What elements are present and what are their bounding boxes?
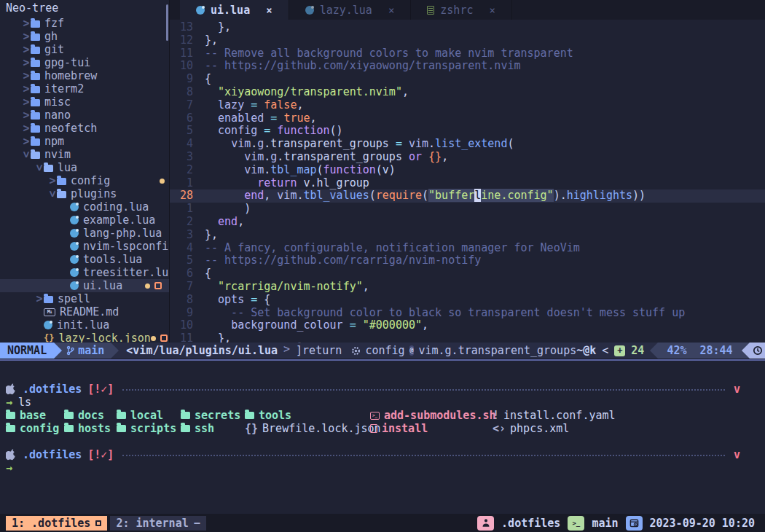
- chevron-right-icon[interactable]: >: [22, 56, 31, 69]
- code-line[interactable]: 2 end,: [170, 216, 765, 229]
- session-badge: [477, 516, 494, 531]
- code-token: =: [389, 137, 409, 150]
- tab-lazy.lua[interactable]: lazy.lua×: [289, 0, 412, 20]
- chevron-right-icon[interactable]: >: [22, 30, 31, 43]
- code-line[interactable]: 4-- A fancy, configurable, notification …: [170, 242, 765, 255]
- code-line[interactable]: 3 vim.g.transparent_groups or {},: [170, 151, 765, 164]
- prompt-directory: .dotfiles: [23, 448, 82, 461]
- scroll-progress: 42%: [667, 344, 686, 357]
- code-line[interactable]: 28 end, vim.tbl_values(require("bufferli…: [170, 189, 765, 203]
- code-line[interactable]: 3},: [170, 229, 765, 242]
- tree-item-git[interactable]: >git: [0, 43, 169, 56]
- code-line[interactable]: 10-- https://github.com/xiyaowong/transp…: [170, 60, 765, 73]
- code-token: -- A fancy, configurable, notification m…: [205, 241, 580, 254]
- tree-item-gh[interactable]: >gh: [0, 30, 169, 43]
- chevron-right-icon[interactable]: >: [48, 174, 57, 187]
- tree-item-example.lua[interactable]: >example.lua: [0, 214, 169, 227]
- tree-item-label: README.md: [60, 305, 119, 318]
- chevron-right-icon[interactable]: >: [22, 82, 31, 95]
- chevron-right-icon[interactable]: >: [22, 122, 31, 135]
- tree-item-coding.lua[interactable]: >coding.lua: [0, 200, 169, 214]
- tree-item-config[interactable]: >config: [0, 174, 169, 187]
- code-text: ): [205, 203, 251, 216]
- code-token: ,: [402, 85, 409, 98]
- code-line[interactable]: 1 ): [170, 203, 765, 216]
- code-token: (v): [376, 163, 396, 176]
- code-line[interactable]: 11 },: [170, 332, 765, 343]
- shell-pane[interactable]: .dotfiles [!✓] v → ls basedocslocalsecre…: [0, 361, 765, 514]
- chevron-right-icon[interactable]: >: [22, 95, 31, 109]
- close-icon[interactable]: ×: [489, 4, 495, 16]
- code-line[interactable]: 8 "xiyaowong/transparent.nvim",: [170, 86, 765, 99]
- tree-item-tools.lua[interactable]: >tools.lua: [0, 253, 169, 266]
- close-icon[interactable]: ×: [266, 4, 272, 16]
- chevron-right-icon[interactable]: >: [35, 292, 44, 305]
- code-line[interactable]: 6 enabled = true,: [170, 112, 765, 125]
- tree-item-README.md[interactable]: >M↓README.md: [0, 305, 169, 318]
- code-line[interactable]: 7 lazy = false,: [170, 99, 765, 112]
- tree-item-nvim-lspconfig.[interactable]: >nvim-lspconfig.: [0, 240, 169, 253]
- code-line[interactable]: 10 background_colour = "#000000",: [170, 319, 765, 332]
- lua-icon: [44, 321, 52, 329]
- code-token: .: [428, 137, 435, 150]
- code-line[interactable]: 8 opts = {: [170, 294, 765, 307]
- tab-ui.lua[interactable]: ui.lua×: [180, 0, 289, 20]
- code-token: highlights: [567, 189, 632, 202]
- code-line[interactable]: 12},: [170, 34, 765, 47]
- tree-item-gpg-tui[interactable]: >gpg-tui: [0, 56, 169, 69]
- tree-item-lazy-lock.json[interactable]: >{}lazy-lock.json: [0, 332, 169, 343]
- tree-item-lua[interactable]: >lua: [0, 161, 169, 174]
- tree-item-misc[interactable]: >misc: [0, 95, 169, 109]
- tree-item-init.lua[interactable]: >init.lua: [0, 318, 169, 332]
- line-number: 10: [170, 319, 193, 332]
- command-line[interactable]: →: [0, 461, 765, 474]
- tree-item-neofetch[interactable]: >neofetch: [0, 122, 169, 135]
- tree-item-nano[interactable]: >nano: [0, 109, 169, 122]
- folder-icon: [31, 73, 40, 80]
- tree-item-npm[interactable]: >npm: [0, 135, 169, 148]
- tree-item-spell[interactable]: >spell: [0, 292, 169, 305]
- code-line[interactable]: 5-- https://github.com/rcarriga/nvim-not…: [170, 254, 765, 267]
- code-line[interactable]: 11-- Remove all background colors to mak…: [170, 47, 765, 60]
- tree-item-label: config: [71, 174, 110, 187]
- tree-item-lang-php.lua[interactable]: >lang-php.lua: [0, 227, 169, 240]
- code-line[interactable]: 13 },: [170, 21, 765, 34]
- tree-item-fzf[interactable]: >fzf: [0, 17, 169, 30]
- folder-icon: [6, 425, 15, 432]
- close-icon[interactable]: ×: [388, 4, 394, 16]
- ls-entry-Brewfile.lock.json: {}Brewfile.lock.json: [245, 422, 381, 435]
- code-line[interactable]: 9 -- Set background color to black so tr…: [170, 307, 765, 320]
- chevron-right-icon[interactable]: >: [22, 69, 31, 82]
- folder-icon: [31, 125, 40, 133]
- tree-item-plugins[interactable]: >plugins: [0, 187, 169, 200]
- code-token: },: [205, 20, 231, 34]
- code-line[interactable]: 1 return v.hl_group: [170, 177, 765, 190]
- yaml-icon: !: [493, 409, 499, 422]
- lua-icon: [70, 268, 79, 277]
- chevron-right-icon[interactable]: >: [22, 17, 31, 30]
- code-token: [205, 215, 218, 228]
- code-token: tbl_map: [270, 163, 316, 176]
- tree-item-nvim[interactable]: >nvim: [0, 148, 169, 161]
- code-line[interactable]: 5 config = function(): [170, 125, 765, 138]
- chevron-right-icon[interactable]: >: [22, 135, 31, 148]
- code-token: [205, 189, 244, 202]
- code-line[interactable]: 4 vim.g.transparent_groups = vim.list_ex…: [170, 138, 765, 151]
- powerline-separator: [54, 343, 62, 359]
- code-line[interactable]: 6{: [170, 267, 765, 281]
- tab-zshrc[interactable]: zshrc×: [411, 0, 512, 20]
- code-line[interactable]: 2 vim.tbl_map(function(v): [170, 164, 765, 177]
- code-line[interactable]: 9{: [170, 73, 765, 86]
- code-token: ,: [442, 150, 448, 163]
- sidebar-scrollbar[interactable]: [166, 4, 168, 41]
- tmux-window-1-dotfiles[interactable]: 1: .dotfiles: [6, 516, 107, 531]
- chevron-right-icon[interactable]: >: [22, 109, 31, 122]
- tree-item-treesitter.lua[interactable]: >treesitter.lua: [0, 266, 169, 279]
- tree-item-ui.lua[interactable]: >ui.lua: [0, 279, 169, 292]
- chevron-right-icon[interactable]: >: [22, 43, 31, 56]
- neotree-title: Neo-tree: [0, 0, 169, 17]
- code-line[interactable]: 7 "rcarriga/nvim-notify",: [170, 281, 765, 294]
- tree-item-iterm2[interactable]: >iterm2: [0, 82, 169, 95]
- tmux-window-2-internal[interactable]: 2: internal−: [110, 516, 205, 531]
- tree-item-homebrew[interactable]: >homebrew: [0, 69, 169, 82]
